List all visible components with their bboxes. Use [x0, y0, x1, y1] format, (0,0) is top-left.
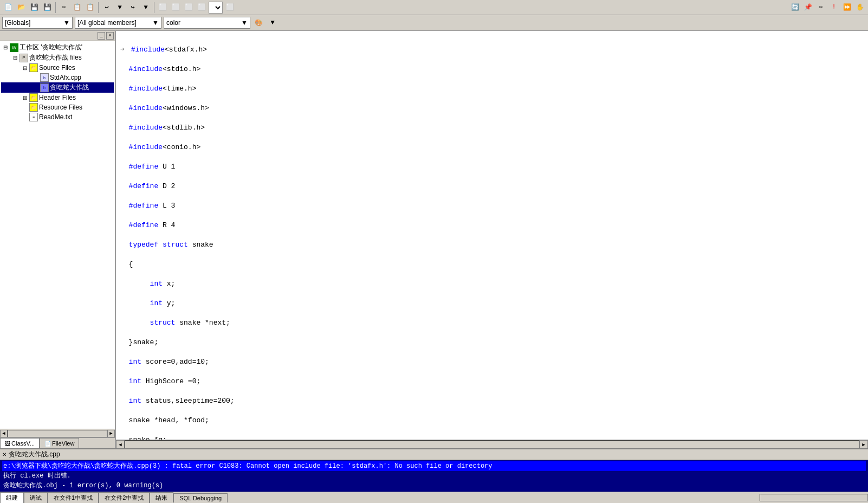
save-btn[interactable]: 💾 [28, 2, 40, 14]
expand-header[interactable]: ⊞ [21, 93, 29, 102]
hscroll-left-btn[interactable]: ◀ [116, 440, 125, 448]
paste-btn[interactable]: 📋 [84, 2, 96, 14]
right-btn6[interactable]: ✋ [854, 2, 866, 14]
members-label: [All global members] [77, 19, 137, 27]
color-dropdown-btn[interactable]: ▼ [267, 17, 278, 29]
bottom-output: e:\浏览器下载\贪吃蛇大作战\贪吃蛇大作战.cpp(3) : fatal er… [0, 460, 868, 492]
code-line-5: #include<stdlib.h> [120, 123, 864, 133]
readme-icon: ≡ [29, 113, 38, 121]
tab-debug[interactable]: 调试 [24, 492, 48, 503]
scope-label: [Globals] [5, 19, 30, 27]
code-line-20: snake *head, *food; [120, 416, 864, 425]
save-all-btn[interactable]: 💾 [41, 2, 53, 14]
code-line-17: int score=0,add=10; [120, 357, 864, 367]
fileview-tab-label: FileView [52, 440, 74, 447]
expand-workspace[interactable]: ⊟ [1, 43, 10, 52]
tab-fileview[interactable]: 📄 FileView [40, 438, 79, 448]
tab-build[interactable]: 组建 [0, 492, 24, 503]
left-panel-tabs: 🖼 ClassV... 📄 FileView [0, 437, 115, 448]
code-line-6: #include<conio.h> [120, 143, 864, 152]
tab-find1[interactable]: 在文件1中查找 [48, 492, 99, 503]
expand-project[interactable]: ⊟ [11, 54, 20, 62]
redo-btn[interactable]: ↪ [127, 2, 139, 14]
code-content: ➔ #include<stdafx.h> #include<stdio.h> #… [120, 35, 864, 440]
right-btn4[interactable]: ! [828, 2, 840, 14]
open-folder-btn[interactable]: ⬜ [224, 2, 236, 14]
run-btn[interactable]: ⬜ [196, 2, 208, 14]
right-btn3[interactable]: ✂ [815, 2, 827, 14]
summary-line: 贪吃蛇大作战.obj - 1 error(s), 0 warning(s) [2, 481, 866, 491]
panel-header: _ × [0, 31, 115, 41]
code-line-18: int HighScore =0; [120, 377, 864, 386]
tab-find2[interactable]: 在文件2中查找 [99, 492, 150, 503]
tree-readme[interactable]: ≡ ReadMe.txt [1, 112, 114, 122]
scope-dropdown[interactable]: [Globals] ▼ [2, 17, 73, 29]
tree-resource-files[interactable]: 📁 Resource Files [1, 102, 114, 112]
copy-btn[interactable]: 📋 [71, 2, 83, 14]
color-icon-btn[interactable]: 🎨 [252, 17, 264, 29]
expand-source[interactable]: ⊟ [21, 63, 29, 72]
code-line-12: { [120, 260, 864, 269]
new-file-btn[interactable]: 📄 [2, 2, 14, 14]
right-btn1[interactable]: 🔄 [789, 2, 801, 14]
tree-project[interactable]: ⊟ P 贪吃蛇大作战 files [1, 53, 114, 63]
editor-container: ➔ #include<stdafx.h> #include<stdio.h> #… [116, 31, 868, 448]
stdafx-label: StdAfx.cpp [50, 74, 81, 81]
tree-source-files[interactable]: ⊟ 📁 Source Files [1, 63, 114, 73]
right-btn2[interactable]: 📌 [802, 2, 814, 14]
scroll-right-btn[interactable]: ▶ [107, 430, 115, 437]
tab-results[interactable]: 结果 [150, 492, 173, 503]
hscroll-track[interactable] [125, 440, 859, 448]
tab-sql[interactable]: SQL Debugging [173, 493, 228, 502]
config-dropdown[interactable] [209, 2, 223, 14]
color-label: color [166, 19, 180, 27]
redo-dropdown[interactable]: ▼ [140, 2, 152, 14]
project-label: 贪吃蛇大作战 files [29, 53, 82, 62]
expand-stdafx [31, 73, 40, 82]
color-dropdown[interactable]: color ▼ [164, 17, 250, 29]
panel-minimize-btn[interactable]: _ [98, 32, 105, 40]
bottom-panel-title: ✕ 贪吃蛇大作战.cpp [0, 449, 868, 460]
tree-workspace[interactable]: ⊟ W 工作区 '贪吃蛇大作战' [1, 42, 114, 53]
expand-main [31, 83, 40, 92]
bottom-hscroll[interactable] [760, 494, 868, 501]
compile-btn[interactable]: ⬜ [157, 2, 169, 14]
open-file-btn[interactable]: 📂 [15, 2, 27, 14]
panel-close-btn[interactable]: × [106, 32, 114, 40]
tab-classview[interactable]: 🖼 ClassV... [0, 438, 40, 448]
bottom-panel: ✕ 贪吃蛇大作战.cpp e:\浏览器下载\贪吃蛇大作战\贪吃蛇大作战.cpp(… [0, 448, 868, 503]
source-folder-icon: 📁 [29, 63, 38, 72]
tree-header-files[interactable]: ⊞ 📁 Header Files [1, 93, 114, 102]
undo-dropdown[interactable]: ▼ [114, 2, 126, 14]
code-line-19: int status,sleeptime=200; [120, 396, 864, 406]
main-cpp-icon: h [40, 83, 49, 92]
tree-stdafx[interactable]: h StdAfx.cpp [1, 73, 114, 82]
bottom-tabs: 组建 调试 在文件1中查找 在文件2中查找 结果 SQL Debugging [0, 492, 868, 503]
scroll-track[interactable] [8, 430, 107, 437]
classview-tab-label: ClassV... [11, 440, 35, 447]
right-btn5[interactable]: ⏩ [841, 2, 853, 14]
build-btn[interactable]: ⬜ [170, 2, 182, 14]
left-hscroll[interactable]: ◀ ▶ [0, 429, 115, 437]
expand-readme [21, 113, 29, 121]
tree-main-cpp[interactable]: h 贪吃蛇大作战 [1, 82, 114, 93]
main-area: _ × ⊟ W 工作区 '贪吃蛇大作战' ⊟ P 贪吃蛇大作战 files ⊟ … [0, 31, 868, 448]
code-line-10: #define R 4 [120, 221, 864, 230]
hscroll-right-btn[interactable]: ▶ [859, 440, 868, 448]
scroll-left-btn[interactable]: ◀ [0, 430, 8, 437]
toolbar-area: 📄 📂 💾 💾 ✂ 📋 📋 ↩ ▼ ↪ ▼ ⬜ ⬜ ⬜ ⬜ ⬜ 🔄 📌 ✂ ! … [0, 0, 868, 31]
rebuild-btn[interactable]: ⬜ [183, 2, 195, 14]
code-hscroll[interactable]: ◀ ▶ [116, 440, 868, 448]
cut-btn[interactable]: ✂ [58, 2, 70, 14]
code-line-13: int x; [120, 279, 864, 289]
undo-btn[interactable]: ↩ [101, 2, 113, 14]
code-line-1: ➔ #include<stdafx.h> [120, 45, 864, 55]
code-line-3: #include<time.h> [120, 84, 864, 94]
sep1 [55, 2, 56, 13]
members-dropdown[interactable]: [All global members] ▼ [75, 17, 161, 29]
exec-line: 执行 cl.exe 时出错. [2, 471, 866, 481]
code-editor[interactable]: ➔ #include<stdafx.h> #include<stdio.h> #… [116, 31, 868, 440]
toolbar-row2: [Globals] ▼ [All global members] ▼ color… [0, 15, 868, 30]
workspace-icon: W [10, 43, 18, 52]
project-icon: P [20, 54, 28, 62]
